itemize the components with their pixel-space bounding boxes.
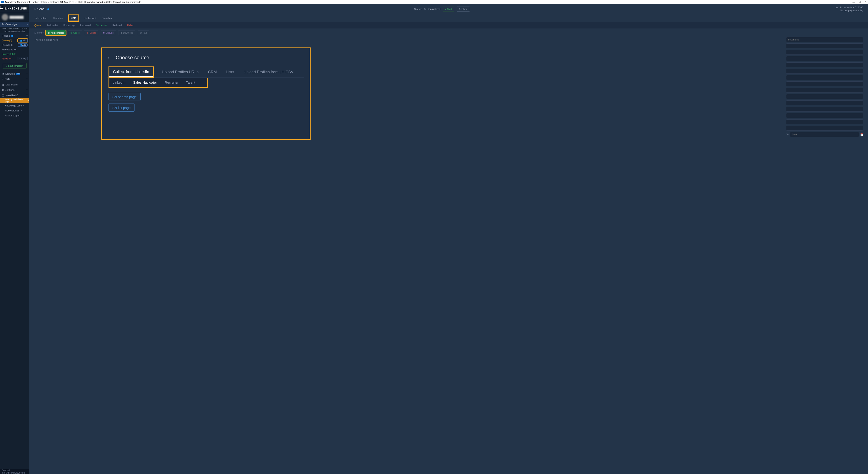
sidebar-settings[interactable]: ⚙Settings ˄ xyxy=(0,87,29,93)
sidebar-crm[interactable]: ≡CRM ˄ xyxy=(0,76,29,82)
source-option-button[interactable]: SN list page xyxy=(108,103,134,112)
add-button[interactable]: 👥Add xyxy=(18,43,28,46)
subtab-failed[interactable]: Failed xyxy=(127,24,133,27)
status-label: Failed (0) xyxy=(2,57,11,60)
tab-lists[interactable]: Lists xyxy=(69,15,79,21)
back-arrow-icon[interactable]: ← xyxy=(107,55,112,60)
minimize-button[interactable]: — xyxy=(852,0,855,4)
external-link-icon: ↗ xyxy=(28,99,29,102)
filter-field[interactable] xyxy=(786,62,863,67)
filter-field[interactable] xyxy=(786,69,863,74)
sidebar-status-row[interactable]: Exclude (0)👥Add xyxy=(0,43,29,47)
subtab-successful[interactable]: Successful xyxy=(96,24,107,27)
delete-button[interactable]: 🗑Delete xyxy=(84,30,98,35)
filter-field[interactable] xyxy=(786,126,863,131)
calendar-icon[interactable]: 📅 xyxy=(860,133,863,136)
people-icon: 👥 xyxy=(20,39,22,41)
subtab-processing[interactable]: Processing xyxy=(64,24,74,27)
flag-icon: ⚑ xyxy=(2,23,4,26)
tab-statistics[interactable]: Statistics xyxy=(101,16,112,20)
chevron-up-icon: ˄ xyxy=(26,72,28,75)
sidebar-need-help[interactable]: ⓘNeed help? ˅ xyxy=(0,93,29,98)
tab-dashboard[interactable]: Dashboard xyxy=(84,16,96,20)
external-link-icon: ↗ xyxy=(20,109,22,112)
linkedin-icon: in xyxy=(2,72,4,75)
add-to-button[interactable]: ⊕Add to xyxy=(68,30,82,35)
source-tab[interactable]: Lists xyxy=(226,68,235,76)
plus-icon: ⊕ xyxy=(70,32,72,34)
sidebar-campaign[interactable]: ⚑Campaign › xyxy=(0,22,29,27)
people-icon: 👥 xyxy=(20,44,22,46)
platform-tab-talent[interactable]: Talent xyxy=(186,81,195,84)
sidebar-status-row[interactable]: Failed (0)↻Retry xyxy=(0,56,29,61)
filter-field[interactable] xyxy=(786,56,863,61)
filter-field[interactable] xyxy=(786,75,863,80)
filter-field[interactable] xyxy=(786,43,863,49)
start-button[interactable]: ▸Start xyxy=(442,6,454,11)
platform-tab-recruiter[interactable]: Recruiter xyxy=(165,81,179,84)
source-tab[interactable]: Upload Profiles from LH CSV xyxy=(243,68,294,76)
filter-field[interactable] xyxy=(786,94,863,99)
platform-tab-sales-navigator[interactable]: Sales Navigator xyxy=(133,81,157,84)
sidebar-dashboard[interactable]: ▦Dashboard xyxy=(0,82,29,87)
logo-icon xyxy=(1,7,4,10)
subtab-excluded[interactable]: Excluded xyxy=(113,24,122,27)
external-link-icon: ↗ xyxy=(23,104,24,107)
tag-button[interactable]: 🏷Tag xyxy=(138,30,149,35)
source-option-button[interactable]: SN search page xyxy=(108,93,141,101)
filter-first-name[interactable] xyxy=(786,37,863,42)
filter-field[interactable] xyxy=(786,50,863,55)
maximize-button[interactable]: ☐ xyxy=(858,0,861,4)
sidebar-status-row[interactable]: Queue (0)👥Add xyxy=(0,38,29,43)
close-button[interactable]: ✕ xyxy=(864,0,867,4)
status-label: Successful (0) xyxy=(2,53,16,55)
sidebar-linkedin[interactable]: inLinkedIn Idle ˄ xyxy=(0,71,29,76)
profile-name: ████████ xyxy=(9,16,24,19)
logo: LINKEDHELPER2 xyxy=(0,4,29,13)
sidebar: LINKEDHELPER2 ████████ ⚑Campaign › Last … xyxy=(0,4,29,474)
start-campaign-button[interactable]: ▸ Start campaign xyxy=(3,63,27,68)
help-item[interactable]: Video tutorials↗ xyxy=(0,108,29,113)
tab-workflow[interactable]: Workflow xyxy=(53,16,64,20)
play-icon: ▸ xyxy=(445,8,446,10)
retry-button[interactable]: ↻Retry xyxy=(17,57,28,60)
exclude-button[interactable]: ✖Exclude xyxy=(101,30,116,35)
download-button[interactable]: ⬇Download xyxy=(118,30,135,35)
filter-field[interactable] xyxy=(786,88,863,93)
header-stats: Last 24 hrs' actions 0 of 300 No campaig… xyxy=(835,6,863,12)
subtab-exclude-list[interactable]: Exclude list xyxy=(46,24,58,27)
page-title: Prueba 👥 xyxy=(34,7,49,11)
chevron-up-icon: ˄ xyxy=(26,89,28,91)
sidebar-campaign-select[interactable]: Prueba 👥 ▾ xyxy=(0,33,29,38)
profile-box: ████████ xyxy=(0,13,29,22)
gear-icon: ⚙ xyxy=(2,89,4,92)
trash-icon: 🗑 xyxy=(86,32,89,34)
filter-field[interactable] xyxy=(786,82,863,86)
subtab-processed[interactable]: Processed xyxy=(80,24,91,27)
source-tab[interactable]: Upload Profiles URLs xyxy=(161,68,199,76)
filter-field[interactable] xyxy=(786,100,863,105)
add-contacts-button[interactable]: ⊕Add contacts xyxy=(46,30,66,35)
source-tab[interactable]: Collect from LinkedIn xyxy=(110,67,153,77)
filter-field[interactable] xyxy=(786,107,863,112)
filter-field[interactable] xyxy=(786,113,863,118)
people-icon: 👥 xyxy=(11,35,13,37)
chevron-right-icon: › xyxy=(27,23,28,26)
help-item[interactable]: Ask for support xyxy=(0,113,29,118)
clone-button[interactable]: ⎘Clone xyxy=(457,6,470,11)
add-button[interactable]: 👥Add xyxy=(18,39,28,42)
filter-field[interactable] xyxy=(786,119,863,124)
sidebar-stats: Last 24 hrs' actions 0 of 300 No campaig… xyxy=(0,27,29,33)
tab-information[interactable]: Information xyxy=(34,16,48,20)
sidebar-status-row[interactable]: Successful (0) xyxy=(0,52,29,56)
subtab-queue[interactable]: Queue xyxy=(34,24,41,27)
help-item[interactable]: Weekly invitations limit↗ xyxy=(0,98,29,103)
source-tab[interactable]: CRM xyxy=(208,68,217,76)
info-icon: ⓘ xyxy=(2,94,4,97)
select-all-checkbox[interactable]: ☐0 / 0▾ xyxy=(34,32,43,34)
filter-date[interactable] xyxy=(790,132,859,137)
sidebar-status-row[interactable]: Processing (0) xyxy=(0,47,29,52)
support-bar: Support: info@linkedhelper.com xyxy=(0,469,29,474)
platform-tab-linkedin[interactable]: LinkedIn xyxy=(113,81,125,84)
help-item[interactable]: Knowledge base↗ xyxy=(0,103,29,108)
